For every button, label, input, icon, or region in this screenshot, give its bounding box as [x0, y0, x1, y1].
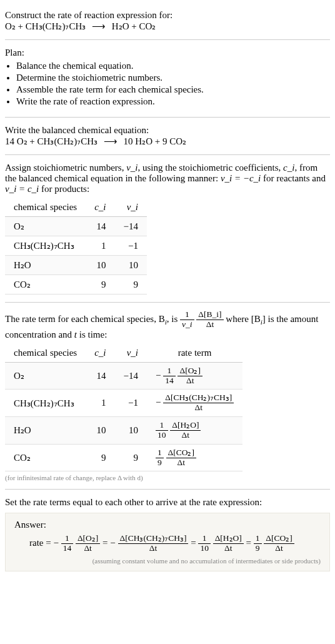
eq-rhs: H₂O + CO₂ — [112, 21, 156, 31]
cell-nui: −14 — [115, 362, 147, 390]
denominator: Δt — [118, 544, 189, 553]
rateterm-section: The rate term for each chemical species,… — [5, 305, 330, 486]
cell-nui: 10 — [115, 417, 147, 445]
text: is time: — [77, 330, 107, 340]
prefactor: 110 — [198, 534, 211, 553]
cell-rateterm: 19 Δ[CO₂]Δt — [147, 444, 242, 471]
divider — [5, 302, 330, 303]
relation: ν_i = −c_i — [221, 173, 261, 183]
cell-species: CO₂ — [5, 275, 86, 294]
table-row: H₂O 10 10 110 Δ[H₂O]Δt — [5, 417, 242, 445]
denominator: Δt — [178, 376, 202, 386]
prefactor: 114 — [163, 366, 176, 386]
cell-nui: −1 — [115, 236, 147, 256]
text: , using the stoichiometric coefficients, — [138, 163, 283, 173]
col-ci: c_i — [86, 344, 114, 363]
table-row: CH₃(CH₂)₇CH₃ 1 −1 — [5, 236, 147, 256]
table-row: O₂ 14 −14 − 114 Δ[O₂]Δt — [5, 362, 242, 390]
prefactor: 114 — [61, 534, 74, 553]
fraction: 1ν_i — [180, 310, 194, 330]
prefactor: 110 — [156, 421, 168, 440]
cell-ci: 10 — [86, 256, 114, 275]
numerator: 1 — [61, 534, 74, 544]
divider — [5, 489, 330, 490]
balanced-section: Write the balanced chemical equation: 14… — [5, 120, 330, 152]
text: , is — [167, 314, 180, 324]
cell-ci: 1 — [86, 390, 114, 417]
cell-species: O₂ — [5, 362, 86, 390]
divider — [5, 39, 330, 40]
assumption-note: (assuming constant volume and no accumul… — [14, 557, 321, 565]
divider — [5, 117, 330, 118]
numerator: 1 — [163, 366, 176, 376]
cell-species: O₂ — [5, 217, 86, 236]
denominator: Δt — [163, 403, 234, 413]
sign: − — [156, 370, 161, 380]
numerator: 1 — [156, 421, 168, 431]
plan-item: Balance the chemical equation. — [16, 61, 330, 71]
denominator: 10 — [156, 431, 168, 440]
cell-ci: 1 — [86, 236, 114, 256]
balanced-equation: 14 O₂ + CH₃(CH₂)₇CH₃ ⟶ 10 H₂O + 9 CO₂ — [5, 136, 330, 147]
eq-rhs: 10 H₂O + 9 CO₂ — [124, 136, 186, 146]
cell-ci: 10 — [86, 417, 114, 445]
plan-list: Balance the chemical equation. Determine… — [5, 61, 330, 107]
text: Assign stoichiometric numbers, — [5, 163, 126, 173]
text: The rate term for each chemical species,… — [5, 314, 165, 324]
denominator: 14 — [163, 376, 176, 386]
plan-heading: Plan: — [5, 48, 330, 58]
sign: − — [110, 538, 115, 548]
stoich-table: chemical species c_i ν_i O₂ 14 −14 CH₃(C… — [5, 198, 147, 294]
rate-expression: rate = − 114 Δ[O₂]Δt = − Δ[CH₃(CH₂)₇CH₃]… — [29, 534, 321, 553]
cell-rateterm: 110 Δ[H₂O]Δt — [147, 417, 242, 445]
denominator: Δt — [196, 320, 223, 330]
intro-prompt: Construct the rate of reaction expressio… — [5, 10, 330, 21]
cell-ci: 9 — [86, 275, 114, 294]
cell-ci: 9 — [86, 444, 114, 471]
denominator: Δt — [76, 544, 100, 553]
unbalanced-equation: O₂ + CH₃(CH₂)₇CH₃ ⟶ H₂O + CO₂ — [5, 21, 330, 32]
fraction: Δ[B_i]Δt — [196, 310, 223, 330]
cell-ci: 14 — [86, 217, 114, 236]
fraction: Δ[O₂]Δt — [76, 534, 100, 553]
balanced-heading: Write the balanced chemical equation: — [5, 125, 330, 136]
col-nui: ν_i — [115, 344, 147, 363]
sign: − — [156, 397, 161, 407]
nu-i: ν_i — [126, 163, 138, 173]
col-rateterm: rate term — [147, 344, 242, 363]
cell-nui: 10 — [115, 256, 147, 275]
rate-formula: 1ν_i Δ[B_i]Δt — [180, 314, 226, 324]
numerator: Δ[CH₃(CH₂)₇CH₃] — [118, 534, 189, 544]
denominator: 9 — [254, 544, 262, 553]
numerator: Δ[CO₂] — [166, 448, 196, 458]
stoich-text: Assign stoichiometric numbers, ν_i, usin… — [5, 163, 330, 194]
plan-section: Plan: Balance the chemical equation. Det… — [5, 43, 330, 114]
numerator: Δ[CO₂] — [264, 534, 294, 544]
equals: = — [102, 538, 110, 548]
table-row: CH₃(CH₂)₇CH₃ 1 −1 − Δ[CH₃(CH₂)₇CH₃]Δt — [5, 390, 242, 417]
text: where [B — [226, 314, 260, 324]
cell-ci: 14 — [86, 362, 114, 390]
table-row: CO₂ 9 9 19 Δ[CO₂]Δt — [5, 444, 242, 471]
fraction: Δ[CO₂]Δt — [166, 448, 196, 468]
fraction: Δ[H₂O]Δt — [213, 534, 244, 553]
answer-label: Answer: — [14, 520, 321, 530]
intro-section: Construct the rate of reaction expressio… — [5, 5, 330, 37]
fraction: Δ[CO₂]Δt — [264, 534, 294, 553]
relation: ν_i = c_i — [5, 184, 39, 194]
denominator: 14 — [61, 544, 74, 553]
table-row: O₂ 14 −14 — [5, 217, 147, 236]
equals: = — [246, 538, 254, 548]
equals: = — [191, 538, 198, 548]
col-ci: c_i — [86, 198, 114, 217]
answer-box: Answer: rate = − 114 Δ[O₂]Δt = − Δ[CH₃(C… — [5, 513, 330, 571]
numerator: 1 — [254, 534, 262, 544]
cell-rateterm: − Δ[CH₃(CH₂)₇CH₃]Δt — [147, 390, 242, 417]
rate-label: rate = — [29, 538, 53, 548]
plan-item: Assemble the rate term for each chemical… — [16, 84, 330, 95]
col-species: chemical species — [5, 198, 86, 217]
cell-species: H₂O — [5, 256, 86, 275]
plan-item: Determine the stoichiometric numbers. — [16, 73, 330, 83]
cell-species: CO₂ — [5, 444, 86, 471]
text: for reactants and — [261, 173, 326, 183]
